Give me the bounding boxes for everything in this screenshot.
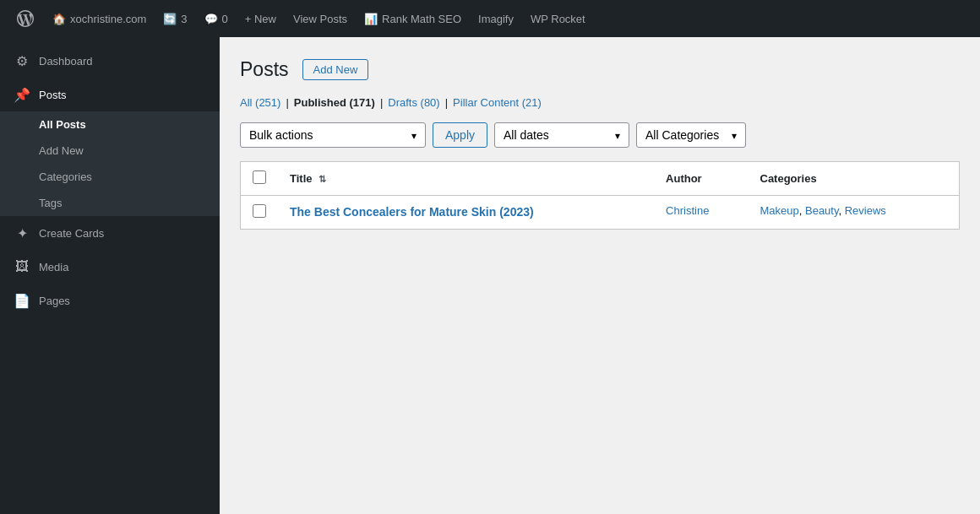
author-header-label: Author (666, 172, 702, 185)
wp-rocket-label: WP Rocket (531, 13, 585, 25)
dashboard-icon: ⚙ (14, 52, 30, 69)
select-all-header (241, 161, 279, 195)
category-link[interactable]: Beauty (805, 204, 839, 217)
post-title-cell: The Best Concealers for Mature Skin (202… (278, 195, 654, 230)
sidebar-item-categories[interactable]: Categories (0, 164, 220, 190)
apply-button[interactable]: Apply (433, 122, 487, 148)
sidebar-item-media[interactable]: 🖼 Media (0, 250, 220, 284)
posts-icon: 📌 (14, 86, 30, 103)
sidebar-submenu-label: All Posts (39, 118, 86, 131)
table-header-row: Title Author Categories (241, 161, 960, 195)
category-link[interactable]: Reviews (845, 204, 886, 217)
updates-icon: 🔄 (163, 13, 177, 25)
page-header: Posts Add New (240, 57, 960, 83)
pages-icon: 📄 (14, 292, 30, 309)
table-row: The Best Concealers for Mature Skin (202… (241, 195, 960, 230)
categories-header-label: Categories (760, 172, 817, 185)
categories-header: Categories (749, 161, 960, 195)
wp-rocket-button[interactable]: WP Rocket (522, 0, 594, 37)
filter-drafts[interactable]: Drafts (80) (388, 96, 439, 109)
sidebar-submenu-posts: All Posts Add New Categories Tags (0, 111, 220, 216)
sidebar-item-tags[interactable]: Tags (0, 190, 220, 216)
sidebar-item-create-cards[interactable]: ✦ Create Cards (0, 216, 220, 250)
filter-sep-2: | (380, 96, 383, 109)
all-categories-label: All Categories (645, 128, 719, 142)
comments-button[interactable]: 💬 0 (196, 0, 237, 37)
bulk-actions-select[interactable]: Bulk actions (240, 122, 426, 148)
rank-math-icon: 📊 (364, 13, 378, 25)
comments-count: 0 (222, 13, 228, 25)
all-categories-select[interactable]: All Categories (636, 122, 746, 148)
new-label: + New (245, 13, 276, 25)
all-dates-label: All dates (504, 128, 549, 142)
filter-all[interactable]: All (251) (240, 96, 280, 109)
updates-count: 3 (181, 13, 187, 25)
view-posts-button[interactable]: View Posts (285, 0, 356, 37)
author-header: Author (654, 161, 748, 195)
sidebar-submenu-label: Tags (39, 197, 62, 209)
sidebar-item-all-posts[interactable]: All Posts (0, 111, 220, 138)
media-icon: 🖼 (14, 258, 30, 275)
home-icon: 🏠 (52, 13, 66, 25)
sidebar-item-dashboard[interactable]: ⚙ Dashboard (0, 44, 220, 78)
post-author-cell: Christine (654, 195, 748, 230)
page-title: Posts (240, 57, 289, 83)
sidebar: ⚙ Dashboard 📌 Posts All Posts Add New Ca… (0, 37, 220, 514)
site-name-button[interactable]: 🏠 xochristine.com (44, 0, 155, 37)
create-cards-icon: ✦ (14, 225, 30, 241)
wp-logo-button[interactable] (7, 0, 44, 37)
bulk-actions-label: Bulk actions (249, 128, 313, 142)
all-dates-select[interactable]: All dates (494, 122, 629, 148)
rank-math-button[interactable]: 📊 Rank Math SEO (356, 0, 470, 37)
rank-math-label: Rank Math SEO (382, 13, 461, 25)
post-categories-cell: Makeup, Beauty, Reviews (749, 195, 960, 230)
sidebar-item-label: Posts (39, 89, 67, 101)
sidebar-item-label: Create Cards (39, 227, 104, 240)
sidebar-item-add-new[interactable]: Add New (0, 138, 220, 164)
imagify-button[interactable]: Imagify (470, 0, 522, 37)
row-checkbox[interactable] (253, 204, 266, 218)
posts-table: Title Author Categories The Best Conceal… (240, 161, 960, 230)
comments-icon: 💬 (204, 13, 218, 25)
sidebar-item-label: Pages (39, 295, 70, 307)
main-layout: ⚙ Dashboard 📌 Posts All Posts Add New Ca… (0, 37, 980, 514)
title-sort-icon (315, 172, 326, 185)
view-posts-label: View Posts (293, 13, 347, 25)
bulk-actions-chevron-icon (411, 128, 416, 142)
filter-published[interactable]: Published (171) (294, 96, 375, 109)
filter-pillar[interactable]: Pillar Content (21) (453, 96, 542, 109)
all-dates-chevron-icon (615, 128, 620, 142)
sidebar-item-pages[interactable]: 📄 Pages (0, 284, 220, 317)
all-categories-chevron-icon (732, 128, 737, 142)
sidebar-item-label: Dashboard (39, 55, 93, 68)
sidebar-submenu-label: Categories (39, 170, 92, 183)
category-link[interactable]: Makeup (760, 204, 799, 217)
title-header-label: Title (290, 172, 313, 185)
updates-button[interactable]: 🔄 3 (155, 0, 195, 37)
content-area: Posts Add New All (251) | Published (171… (220, 37, 980, 514)
sidebar-item-posts[interactable]: 📌 Posts (0, 78, 220, 111)
filter-sep-3: | (445, 96, 448, 109)
site-name: xochristine.com (70, 13, 146, 25)
new-button[interactable]: + New (237, 0, 285, 37)
post-title-link[interactable]: The Best Concealers for Mature Skin (202… (290, 205, 534, 219)
add-new-button[interactable]: Add New (302, 59, 369, 80)
filter-sep-1: | (286, 96, 288, 109)
author-link[interactable]: Christine (666, 204, 709, 217)
row-checkbox-cell (241, 195, 279, 230)
bulk-actions-row: Bulk actions Apply All dates All Categor… (240, 122, 960, 148)
imagify-label: Imagify (478, 13, 514, 25)
sidebar-item-label: Media (39, 261, 68, 273)
admin-bar: 🏠 xochristine.com 🔄 3 💬 0 + New View Pos… (0, 0, 980, 37)
sidebar-submenu-label: Add New (39, 144, 84, 157)
title-header[interactable]: Title (278, 161, 654, 195)
filter-links: All (251) | Published (171) | Drafts (80… (240, 96, 960, 109)
select-all-checkbox[interactable] (253, 170, 266, 184)
